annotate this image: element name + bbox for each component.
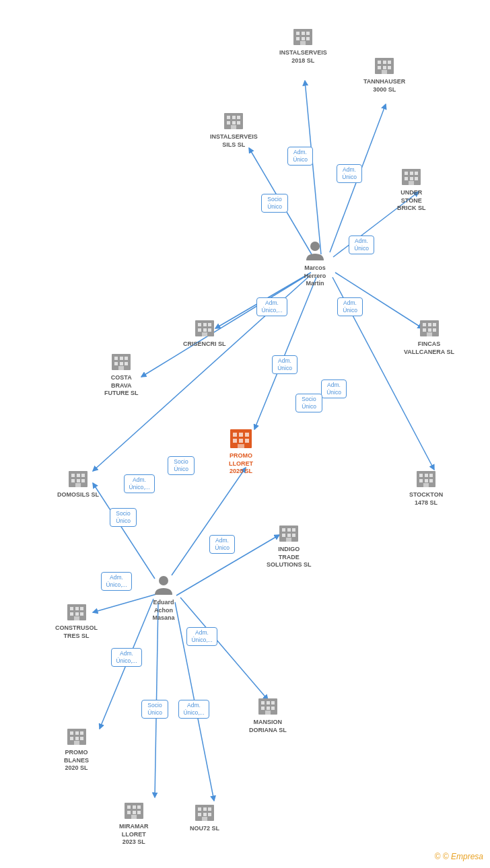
svg-rect-65 [433,328,436,332]
svg-rect-126 [75,731,79,735]
node-understone[interactable]: UNDER STONE BRICK SL [397,164,426,213]
badge-adm-unico-11[interactable]: Adm.Único,... [186,627,217,646]
node-miramar[interactable]: MIRAMAR LLORET 2023 SL [119,797,149,846]
svg-rect-93 [77,474,80,477]
badge-socio-unico-4[interactable]: SocioÚnico [110,508,137,527]
svg-rect-129 [75,737,79,740]
node-instalserveis2018[interactable]: INSTALSERVEIS 2018 SL [279,24,327,65]
building-icon [417,315,442,339]
svg-line-12 [93,483,155,579]
badge-socio-unico-1[interactable]: SocioÚnico [261,194,288,213]
badge-adm-unico-13[interactable]: Adm.Único,... [178,700,209,719]
node-fincas[interactable]: FINCAS VALLCANERA SL [404,315,454,356]
svg-rect-37 [237,116,240,119]
badge-socio-unico-5[interactable]: SocioÚnico [141,700,168,719]
node-promolloret[interactable]: PROMO LLORET 2020 SL [228,424,254,476]
svg-rect-95 [71,479,75,482]
svg-rect-60 [423,323,426,326]
badge-adm-unico-9[interactable]: Adm.Único [209,535,235,554]
svg-rect-44 [410,172,413,175]
svg-rect-77 [239,433,243,437]
svg-rect-104 [287,534,291,537]
svg-rect-40 [237,121,240,124]
node-mansion[interactable]: MANSION DORIANA SL [249,693,287,734]
badge-adm-unico-6[interactable]: Adm.Único [272,355,298,374]
badge-socio-unico-3[interactable]: SocioÚnico [168,456,195,475]
node-construsol[interactable]: CONSTRUSOL TRES SL [55,599,98,640]
svg-rect-72 [120,362,123,365]
badge-adm-unico-3[interactable]: Adm.Único [349,236,374,254]
svg-rect-49 [409,181,414,185]
svg-rect-118 [267,701,270,704]
svg-rect-109 [70,607,73,610]
node-crisencri-label: CRISENCRI SL [183,340,226,349]
svg-rect-141 [198,807,201,811]
svg-rect-134 [133,805,136,809]
svg-rect-61 [428,323,431,326]
svg-rect-138 [137,811,141,814]
svg-rect-103 [282,534,285,537]
svg-rect-25 [300,41,306,45]
node-fincas-label: FINCAS VALLCANERA SL [404,340,454,356]
svg-rect-66 [427,332,432,336]
svg-rect-112 [70,612,73,616]
svg-rect-111 [80,607,83,610]
node-construsol-label: CONSTRUSOL TRES SL [55,624,98,640]
svg-line-11 [172,468,246,575]
node-marcos[interactable]: Marcos Herrero Martin [303,239,327,288]
svg-rect-137 [133,811,136,814]
svg-rect-53 [203,323,207,326]
svg-line-0 [305,81,321,254]
badge-adm-unico-7[interactable]: Adm.Único [321,379,347,398]
svg-rect-58 [202,332,207,336]
svg-rect-81 [245,439,249,443]
node-crisencri[interactable]: CRISENCRI SL [183,315,226,349]
node-costabrava[interactable]: COSTA BRAVA FUTURE SL [104,349,139,398]
building-icon [109,349,133,373]
badge-adm-unico-4[interactable]: Adm.Único,... [256,297,287,316]
node-indigo[interactable]: INDIGO TRADE SOLUTIONS SL [267,520,312,569]
svg-rect-64 [428,328,431,332]
svg-rect-145 [203,813,207,816]
node-nou72[interactable]: NOU72 SL [190,799,219,833]
building-icon [291,24,315,48]
svg-rect-73 [125,362,128,365]
svg-rect-120 [261,707,265,710]
building-icon [65,599,89,623]
badge-adm-unico-10[interactable]: Adm.Único,... [101,572,132,591]
node-eduard[interactable]: Eduard Achon Masana [151,573,176,622]
building-icon [66,466,90,490]
node-domosils[interactable]: DOMOSILS SL [57,466,99,499]
svg-rect-90 [423,483,429,487]
node-instalserveis-sils-label: INSTALSERVEIS SILS SL [210,133,258,149]
svg-rect-68 [114,357,118,360]
svg-rect-36 [232,116,236,119]
svg-rect-143 [208,807,211,811]
building-icon [399,164,423,188]
node-nou72-label: NOU72 SL [190,825,219,833]
svg-rect-23 [302,37,305,40]
node-tannhauser[interactable]: TANNHAUSER 3000 SL [363,52,405,94]
svg-rect-113 [75,612,79,616]
person-icon [151,573,176,598]
svg-rect-98 [75,483,81,487]
badge-socio-unico-2[interactable]: SocioÚnico [295,394,322,412]
building-icon [221,108,246,132]
node-instalserveis-sils[interactable]: INSTALSERVEIS SILS SL [210,108,258,149]
watermark-copyright: © [435,852,441,861]
node-promoblanes[interactable]: PROMO BLANES 2020 SL [64,723,89,772]
badge-adm-unico-8[interactable]: Adm.Único,... [124,474,155,493]
node-promolloret-label: PROMO LLORET 2020 SL [229,452,253,476]
node-stockton[interactable]: STOCKTON 1478 SL [409,466,443,507]
badge-adm-unico-12[interactable]: Adm.Único,... [111,648,142,667]
badge-adm-unico-5[interactable]: Adm.Único [337,297,363,316]
svg-line-10 [93,593,159,612]
svg-rect-43 [405,172,408,175]
svg-rect-46 [405,177,408,180]
badge-adm-unico-1[interactable]: Adm.Único [287,147,313,166]
badge-adm-unico-2[interactable]: Adm.Único [337,164,362,183]
svg-rect-102 [292,528,295,532]
svg-rect-48 [415,177,418,180]
svg-rect-122 [271,707,275,710]
svg-rect-135 [137,805,141,809]
